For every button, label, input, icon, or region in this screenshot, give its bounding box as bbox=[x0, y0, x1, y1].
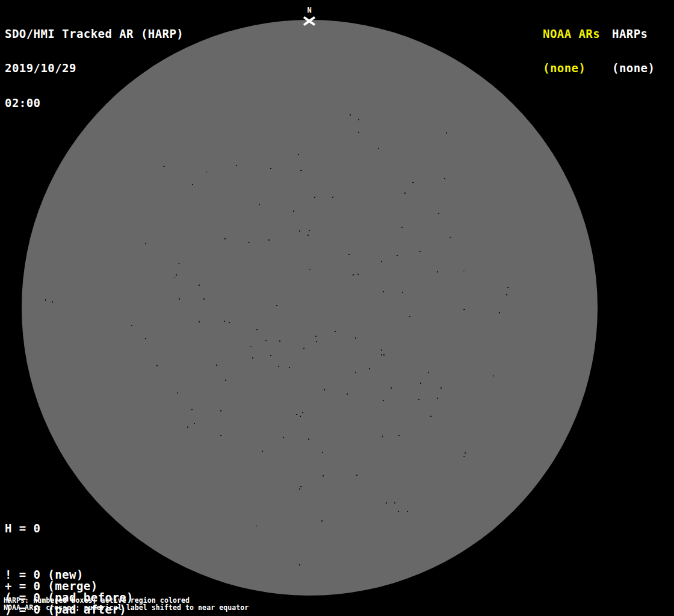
magnetogram-speck bbox=[270, 168, 271, 169]
magnetogram-speck bbox=[463, 456, 465, 457]
noaa-ars-value: (none) bbox=[543, 63, 600, 74]
magnetogram-speck bbox=[252, 357, 253, 359]
magnetogram-speck bbox=[309, 230, 310, 231]
magnetogram-speck bbox=[315, 336, 317, 337]
legend-h-count: H = 0 bbox=[5, 523, 141, 534]
magnetogram-speck bbox=[353, 274, 354, 276]
magnetogram-speck bbox=[407, 511, 408, 512]
magnetogram-speck bbox=[446, 132, 447, 134]
magnetogram-speck bbox=[262, 451, 263, 452]
magnetogram-speck bbox=[348, 254, 350, 255]
magnetogram-speck bbox=[276, 305, 277, 306]
magnetogram-speck bbox=[176, 274, 177, 276]
magnetogram-speck bbox=[299, 488, 300, 490]
magnetogram-speck bbox=[412, 182, 414, 183]
footnotes: HARPs: numbered boxes; active region col… bbox=[4, 597, 249, 612]
magnetogram-speck bbox=[156, 365, 158, 366]
magnetogram-speck bbox=[52, 301, 53, 303]
harps-value: (none) bbox=[612, 63, 655, 74]
magnetogram-speck bbox=[250, 346, 252, 347]
magnetogram-speck bbox=[381, 261, 382, 262]
magnetogram-speck bbox=[493, 375, 494, 377]
footnote-line: NOAA ARs: crosses; numerical label shift… bbox=[4, 604, 249, 611]
magnetogram-speck bbox=[224, 238, 226, 239]
magnetogram-speck bbox=[322, 452, 323, 453]
magnetogram-speck bbox=[398, 435, 400, 436]
magnetogram-speck bbox=[236, 165, 237, 166]
magnetogram-speck bbox=[131, 325, 132, 326]
magnetogram-speck bbox=[437, 398, 438, 399]
magnetogram-speck bbox=[293, 211, 294, 212]
magnetogram-speck bbox=[314, 197, 315, 198]
magnetogram-speck bbox=[279, 340, 280, 342]
magnetogram-speck bbox=[192, 184, 193, 185]
magnetogram-speck bbox=[499, 312, 500, 313]
north-label: N bbox=[304, 6, 315, 14]
magnetogram-speck bbox=[383, 354, 385, 356]
magnetogram-speck bbox=[347, 393, 348, 395]
magnetogram-speck bbox=[430, 416, 431, 417]
magnetogram-speck bbox=[175, 277, 175, 278]
magnetogram-speck bbox=[332, 197, 333, 198]
magnetogram-speck bbox=[438, 213, 439, 214]
magnetogram-speck bbox=[177, 392, 178, 394]
magnetogram-speck bbox=[299, 564, 300, 565]
magnetogram-speck bbox=[216, 365, 217, 366]
magnetogram-speck bbox=[463, 271, 465, 271]
noaa-ars-status: NOAA ARs (none) bbox=[543, 5, 600, 97]
magnetogram-speck bbox=[300, 416, 301, 417]
magnetogram-speck bbox=[296, 414, 297, 415]
magnetogram-speck bbox=[444, 178, 445, 179]
magnetogram-speck bbox=[220, 435, 221, 436]
magnetogram-speck bbox=[308, 235, 309, 236]
magnetogram-speck bbox=[265, 340, 267, 341]
magnetogram-speck bbox=[145, 338, 146, 339]
magnetogram-speck bbox=[225, 380, 226, 381]
magnetogram-speck bbox=[308, 439, 309, 440]
harps-status: HARPs (none) bbox=[612, 5, 655, 97]
magnetogram-speck bbox=[398, 511, 399, 512]
magnetogram-speck bbox=[256, 329, 258, 330]
magnetogram-speck bbox=[220, 410, 221, 411]
magnetogram-speck bbox=[323, 475, 324, 476]
magnetogram-speck bbox=[382, 436, 383, 437]
magnetogram-speck bbox=[248, 242, 250, 243]
magnetogram-speck bbox=[409, 316, 410, 317]
magnetogram-speck bbox=[300, 486, 301, 487]
magnetogram-speck bbox=[256, 525, 256, 527]
magnetogram-speck bbox=[224, 321, 225, 322]
magnetogram-speck bbox=[145, 243, 146, 244]
magnetogram-speck bbox=[437, 271, 438, 273]
magnetogram-speck bbox=[381, 354, 382, 356]
magnetogram-speck bbox=[402, 292, 403, 293]
magnetogram-speck bbox=[401, 227, 403, 228]
magnetogram-speck bbox=[298, 154, 299, 155]
magnetogram-speck bbox=[259, 204, 260, 205]
magnetogram-speck bbox=[355, 372, 356, 373]
magnetogram-speck bbox=[283, 437, 284, 438]
magnetogram-speck bbox=[358, 132, 359, 133]
magnetogram-speck bbox=[45, 299, 46, 301]
magnetogram-speck bbox=[355, 337, 356, 339]
magnetogram-speck bbox=[199, 285, 200, 286]
magnetogram-speck bbox=[358, 119, 359, 120]
magnetogram-speck bbox=[299, 230, 300, 232]
magnetogram-speck bbox=[356, 475, 357, 476]
magnetogram-speck bbox=[194, 423, 195, 424]
magnetogram-speck bbox=[206, 171, 206, 173]
magnetogram-speck bbox=[381, 350, 382, 351]
harps-label: HARPs bbox=[612, 28, 655, 40]
magnetogram-speck bbox=[441, 387, 442, 389]
magnetogram-speck bbox=[463, 309, 465, 310]
page-title: SDO/HMI Tracked AR (HARP) bbox=[5, 28, 184, 40]
magnetogram-speck bbox=[289, 367, 290, 368]
magnetogram-speck bbox=[418, 399, 419, 400]
magnetogram-speck bbox=[321, 520, 323, 522]
magnetogram-speck bbox=[350, 114, 351, 116]
magnetogram-speck bbox=[378, 148, 379, 149]
frame-date: 2019/10/29 bbox=[5, 63, 184, 74]
magnetogram-speck bbox=[383, 291, 384, 292]
magnetogram-speck bbox=[191, 409, 193, 410]
magnetogram-speck bbox=[507, 287, 509, 288]
magnetogram-speck bbox=[420, 383, 421, 384]
